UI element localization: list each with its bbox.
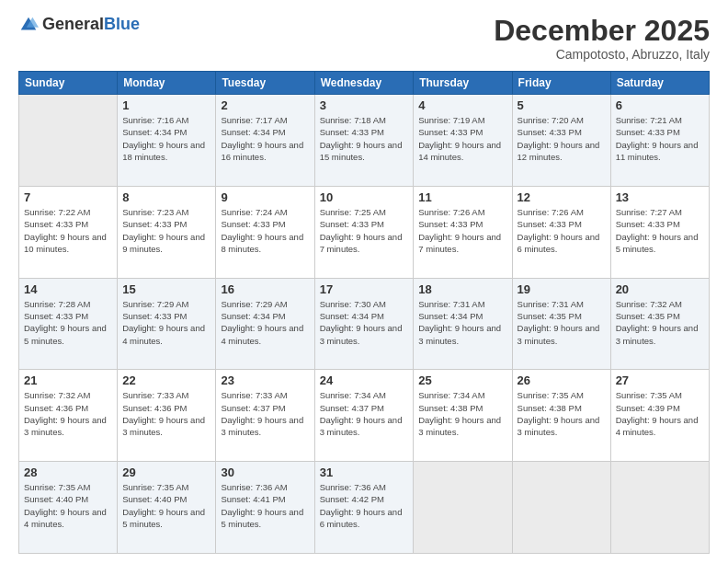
weekday-header: Sunday bbox=[19, 72, 118, 95]
day-number: 20 bbox=[616, 282, 704, 296]
day-number: 4 bbox=[418, 98, 506, 112]
calendar-cell: 26Sunrise: 7:35 AMSunset: 4:38 PMDayligh… bbox=[512, 370, 610, 462]
day-number: 17 bbox=[320, 282, 409, 296]
location: Campotosto, Abruzzo, Italy bbox=[494, 47, 710, 62]
calendar-cell: 5Sunrise: 7:20 AMSunset: 4:33 PMDaylight… bbox=[512, 95, 610, 187]
calendar-cell bbox=[512, 462, 610, 554]
day-number: 25 bbox=[418, 373, 506, 387]
day-number: 12 bbox=[518, 190, 606, 204]
day-info: Sunrise: 7:29 AMSunset: 4:33 PMDaylight:… bbox=[122, 298, 210, 347]
day-number: 27 bbox=[616, 373, 704, 387]
day-info: Sunrise: 7:28 AMSunset: 4:33 PMDaylight:… bbox=[24, 298, 112, 347]
day-info: Sunrise: 7:35 AMSunset: 4:40 PMDaylight:… bbox=[24, 481, 112, 530]
logo-blue: Blue bbox=[104, 15, 140, 33]
header: GeneralBlue December 2025 Campotosto, Ab… bbox=[18, 15, 710, 62]
day-info: Sunrise: 7:17 AMSunset: 4:34 PMDaylight:… bbox=[221, 114, 309, 163]
calendar: SundayMondayTuesdayWednesdayThursdayFrid… bbox=[18, 71, 710, 554]
day-number: 28 bbox=[24, 465, 112, 479]
day-number: 1 bbox=[122, 98, 210, 112]
day-number: 11 bbox=[418, 190, 506, 204]
weekday-header: Tuesday bbox=[216, 72, 314, 95]
day-info: Sunrise: 7:31 AMSunset: 4:34 PMDaylight:… bbox=[418, 298, 506, 347]
day-info: Sunrise: 7:31 AMSunset: 4:35 PMDaylight:… bbox=[518, 298, 606, 347]
logo-general: General bbox=[42, 15, 104, 33]
calendar-cell: 6Sunrise: 7:21 AMSunset: 4:33 PMDaylight… bbox=[610, 95, 709, 187]
weekday-header: Monday bbox=[118, 72, 216, 95]
weekday-header: Saturday bbox=[610, 72, 709, 95]
day-info: Sunrise: 7:24 AMSunset: 4:33 PMDaylight:… bbox=[221, 206, 309, 255]
calendar-cell: 22Sunrise: 7:33 AMSunset: 4:36 PMDayligh… bbox=[118, 370, 216, 462]
day-number: 13 bbox=[616, 190, 704, 204]
calendar-week-row: 21Sunrise: 7:32 AMSunset: 4:36 PMDayligh… bbox=[19, 370, 710, 462]
calendar-cell: 7Sunrise: 7:22 AMSunset: 4:33 PMDaylight… bbox=[19, 186, 118, 278]
calendar-cell: 24Sunrise: 7:34 AMSunset: 4:37 PMDayligh… bbox=[314, 370, 414, 462]
calendar-cell: 11Sunrise: 7:26 AMSunset: 4:33 PMDayligh… bbox=[414, 186, 512, 278]
calendar-cell: 29Sunrise: 7:35 AMSunset: 4:40 PMDayligh… bbox=[118, 462, 216, 554]
day-info: Sunrise: 7:33 AMSunset: 4:37 PMDaylight:… bbox=[221, 389, 309, 438]
calendar-cell: 16Sunrise: 7:29 AMSunset: 4:34 PMDayligh… bbox=[216, 278, 314, 370]
weekday-header: Thursday bbox=[414, 72, 512, 95]
calendar-cell: 9Sunrise: 7:24 AMSunset: 4:33 PMDaylight… bbox=[216, 186, 314, 278]
calendar-cell: 17Sunrise: 7:30 AMSunset: 4:34 PMDayligh… bbox=[314, 278, 414, 370]
calendar-cell: 18Sunrise: 7:31 AMSunset: 4:34 PMDayligh… bbox=[414, 278, 512, 370]
calendar-cell bbox=[19, 95, 118, 187]
day-number: 18 bbox=[418, 282, 506, 296]
day-info: Sunrise: 7:27 AMSunset: 4:33 PMDaylight:… bbox=[616, 206, 704, 255]
day-number: 30 bbox=[221, 465, 309, 479]
weekday-header: Friday bbox=[512, 72, 610, 95]
day-number: 14 bbox=[24, 282, 112, 296]
day-info: Sunrise: 7:18 AMSunset: 4:33 PMDaylight:… bbox=[320, 114, 409, 163]
day-number: 24 bbox=[320, 373, 409, 387]
day-info: Sunrise: 7:34 AMSunset: 4:37 PMDaylight:… bbox=[320, 389, 409, 438]
logo-icon bbox=[18, 15, 39, 35]
calendar-cell bbox=[610, 462, 709, 554]
day-info: Sunrise: 7:25 AMSunset: 4:33 PMDaylight:… bbox=[320, 206, 409, 255]
calendar-cell: 14Sunrise: 7:28 AMSunset: 4:33 PMDayligh… bbox=[19, 278, 118, 370]
calendar-cell: 10Sunrise: 7:25 AMSunset: 4:33 PMDayligh… bbox=[314, 186, 414, 278]
weekday-header: Wednesday bbox=[314, 72, 414, 95]
calendar-cell: 27Sunrise: 7:35 AMSunset: 4:39 PMDayligh… bbox=[610, 370, 709, 462]
calendar-cell: 25Sunrise: 7:34 AMSunset: 4:38 PMDayligh… bbox=[414, 370, 512, 462]
logo: GeneralBlue bbox=[18, 15, 140, 35]
day-number: 22 bbox=[122, 373, 210, 387]
day-info: Sunrise: 7:20 AMSunset: 4:33 PMDaylight:… bbox=[518, 114, 606, 163]
weekday-header-row: SundayMondayTuesdayWednesdayThursdayFrid… bbox=[19, 72, 710, 95]
day-info: Sunrise: 7:29 AMSunset: 4:34 PMDaylight:… bbox=[221, 298, 309, 347]
day-number: 5 bbox=[518, 98, 606, 112]
calendar-cell: 30Sunrise: 7:36 AMSunset: 4:41 PMDayligh… bbox=[216, 462, 314, 554]
day-info: Sunrise: 7:16 AMSunset: 4:34 PMDaylight:… bbox=[122, 114, 210, 163]
calendar-cell: 13Sunrise: 7:27 AMSunset: 4:33 PMDayligh… bbox=[610, 186, 709, 278]
day-number: 9 bbox=[221, 190, 309, 204]
day-number: 26 bbox=[518, 373, 606, 387]
day-number: 7 bbox=[24, 190, 112, 204]
calendar-week-row: 1Sunrise: 7:16 AMSunset: 4:34 PMDaylight… bbox=[19, 95, 710, 187]
day-number: 31 bbox=[320, 465, 409, 479]
calendar-cell: 12Sunrise: 7:26 AMSunset: 4:33 PMDayligh… bbox=[512, 186, 610, 278]
day-number: 6 bbox=[616, 98, 704, 112]
day-info: Sunrise: 7:36 AMSunset: 4:41 PMDaylight:… bbox=[221, 481, 309, 530]
day-info: Sunrise: 7:26 AMSunset: 4:33 PMDaylight:… bbox=[418, 206, 506, 255]
day-number: 8 bbox=[122, 190, 210, 204]
calendar-cell: 20Sunrise: 7:32 AMSunset: 4:35 PMDayligh… bbox=[610, 278, 709, 370]
calendar-cell: 3Sunrise: 7:18 AMSunset: 4:33 PMDaylight… bbox=[314, 95, 414, 187]
day-info: Sunrise: 7:36 AMSunset: 4:42 PMDaylight:… bbox=[320, 481, 409, 530]
day-number: 10 bbox=[320, 190, 409, 204]
calendar-cell: 23Sunrise: 7:33 AMSunset: 4:37 PMDayligh… bbox=[216, 370, 314, 462]
day-number: 15 bbox=[122, 282, 210, 296]
calendar-week-row: 28Sunrise: 7:35 AMSunset: 4:40 PMDayligh… bbox=[19, 462, 710, 554]
calendar-cell: 4Sunrise: 7:19 AMSunset: 4:33 PMDaylight… bbox=[414, 95, 512, 187]
day-info: Sunrise: 7:33 AMSunset: 4:36 PMDaylight:… bbox=[122, 389, 210, 438]
day-info: Sunrise: 7:19 AMSunset: 4:33 PMDaylight:… bbox=[418, 114, 506, 163]
day-info: Sunrise: 7:23 AMSunset: 4:33 PMDaylight:… bbox=[122, 206, 210, 255]
calendar-week-row: 7Sunrise: 7:22 AMSunset: 4:33 PMDaylight… bbox=[19, 186, 710, 278]
calendar-cell: 21Sunrise: 7:32 AMSunset: 4:36 PMDayligh… bbox=[19, 370, 118, 462]
calendar-cell: 15Sunrise: 7:29 AMSunset: 4:33 PMDayligh… bbox=[118, 278, 216, 370]
calendar-cell: 1Sunrise: 7:16 AMSunset: 4:34 PMDaylight… bbox=[118, 95, 216, 187]
day-info: Sunrise: 7:21 AMSunset: 4:33 PMDaylight:… bbox=[616, 114, 704, 163]
month-title: December 2025 bbox=[494, 15, 710, 47]
day-number: 16 bbox=[221, 282, 309, 296]
day-number: 29 bbox=[122, 465, 210, 479]
calendar-cell: 8Sunrise: 7:23 AMSunset: 4:33 PMDaylight… bbox=[118, 186, 216, 278]
day-info: Sunrise: 7:30 AMSunset: 4:34 PMDaylight:… bbox=[320, 298, 409, 347]
day-number: 23 bbox=[221, 373, 309, 387]
